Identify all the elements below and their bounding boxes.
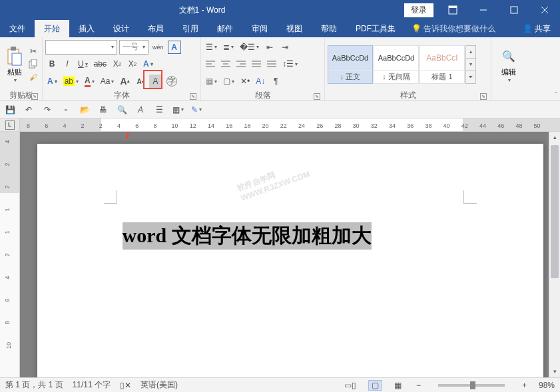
borders-button[interactable]: ▢▾ bbox=[221, 75, 236, 88]
scroll-up-icon[interactable]: ▴ bbox=[549, 132, 560, 143]
quick-print-button[interactable]: 🖶 bbox=[97, 104, 109, 116]
zoom-slider[interactable] bbox=[438, 384, 505, 387]
new-button[interactable]: ▫ bbox=[60, 104, 72, 116]
web-layout-button[interactable]: ▦ bbox=[392, 381, 404, 390]
redo-button[interactable]: ↷ bbox=[41, 104, 53, 116]
paragraph-launcher[interactable]: ⬊ bbox=[314, 93, 320, 100]
zoom-level[interactable]: 98% bbox=[539, 381, 555, 390]
tab-selector[interactable]: L bbox=[5, 120, 15, 130]
styles-launcher[interactable]: ⬊ bbox=[480, 93, 487, 100]
bullets-button[interactable]: ☰▾ bbox=[204, 41, 219, 54]
align-left-button[interactable] bbox=[204, 57, 217, 71]
bold-button[interactable]: B bbox=[45, 57, 59, 71]
tab-design[interactable]: 设计 bbox=[104, 20, 139, 37]
style-normal[interactable]: AaBbCcDd ↓ 正文 bbox=[328, 45, 373, 84]
subscript-button[interactable]: X2 bbox=[111, 57, 124, 71]
print-preview-button[interactable]: 🔍 bbox=[116, 104, 128, 116]
status-page[interactable]: 第 1 页，共 1 页 bbox=[5, 379, 63, 391]
tab-pdf[interactable]: PDF工具集 bbox=[346, 20, 405, 37]
zoom-in-button[interactable]: + bbox=[519, 381, 529, 390]
underline-button[interactable]: U▾ bbox=[76, 57, 90, 71]
minimize-icon[interactable] bbox=[468, 0, 499, 20]
superscript-button[interactable]: X2 bbox=[126, 57, 139, 71]
style-gallery-more[interactable]: ▴▾⏷ bbox=[465, 45, 476, 84]
ribbon-display-options-icon[interactable] bbox=[437, 0, 468, 20]
sort-button[interactable]: A↓ bbox=[254, 75, 267, 88]
increase-indent-button[interactable]: ⇥ bbox=[278, 41, 292, 54]
editing-button[interactable]: 🔍 编辑 ▾ bbox=[495, 43, 522, 86]
login-button[interactable]: 登录 bbox=[404, 3, 433, 17]
shading-button[interactable]: ▦▾ bbox=[204, 75, 219, 88]
multilevel-button[interactable]: �☰▾ bbox=[238, 41, 261, 54]
format-painter-button[interactable]: 🖌 bbox=[27, 71, 40, 83]
italic-button[interactable]: I bbox=[61, 57, 74, 71]
ruler-scale[interactable]: 8642246810121416182022242628303234363840… bbox=[20, 118, 560, 131]
selected-text[interactable]: word 文档字体无限加粗加大 bbox=[123, 222, 372, 250]
copy-button[interactable] bbox=[27, 58, 40, 71]
font-family-combo[interactable]: ▾ bbox=[45, 40, 117, 55]
font-qat-button[interactable]: A bbox=[135, 104, 146, 116]
font-size-combo[interactable]: 一号▾ bbox=[119, 40, 148, 55]
open-button[interactable]: 📂 bbox=[79, 104, 91, 116]
status-language[interactable]: 英语(美国) bbox=[140, 379, 178, 391]
vertical-ruler[interactable]: 42211246810 bbox=[0, 132, 20, 377]
strikethrough-button[interactable]: abc bbox=[92, 57, 109, 71]
zoom-slider-thumb[interactable] bbox=[470, 381, 475, 389]
insert-qat-button[interactable]: ▦▾ bbox=[172, 104, 184, 116]
paragraph-qat-button[interactable]: ☰ bbox=[153, 104, 165, 116]
tab-view[interactable]: 视图 bbox=[277, 20, 312, 37]
decrease-indent-button[interactable]: ⇤ bbox=[263, 41, 276, 54]
read-mode-button[interactable]: ▭▯ bbox=[342, 381, 359, 390]
cut-button[interactable]: ✂ bbox=[27, 45, 40, 58]
scissors-icon: ✂ bbox=[30, 47, 37, 56]
tab-home[interactable]: 开始 bbox=[35, 20, 69, 37]
numbering-button[interactable]: ≣▾ bbox=[221, 41, 236, 54]
collapse-ribbon[interactable]: ˇ bbox=[555, 92, 557, 99]
tab-mail[interactable]: 邮件 bbox=[208, 20, 242, 37]
distribute-button[interactable] bbox=[265, 57, 278, 71]
scroll-down-icon[interactable]: ▾ bbox=[549, 366, 560, 377]
page-scroll[interactable]: 软件自学网 WWW.RJZXW.COM word 文档字体无限加粗加大 bbox=[20, 132, 560, 377]
scroll-thumb[interactable] bbox=[551, 145, 559, 278]
tab-insert[interactable]: 插入 bbox=[69, 20, 104, 37]
tab-review[interactable]: 审阅 bbox=[242, 20, 277, 37]
undo-button[interactable]: ↶ bbox=[23, 104, 35, 116]
pen-qat-button[interactable]: ✎▾ bbox=[190, 104, 202, 116]
align-center-button[interactable] bbox=[219, 57, 232, 71]
align-right-button[interactable] bbox=[234, 57, 248, 71]
paste-button[interactable]: 粘贴 ▾ bbox=[3, 43, 27, 87]
tab-file[interactable]: 文件 bbox=[0, 20, 35, 37]
maximize-icon[interactable] bbox=[499, 0, 529, 20]
snap-button[interactable]: ✕• bbox=[238, 75, 252, 88]
text-style-button[interactable]: A▾ bbox=[45, 75, 59, 88]
status-proofing-icon[interactable]: ▯✕ bbox=[120, 381, 131, 390]
line-spacing-button[interactable]: ↕☰▾ bbox=[280, 57, 300, 71]
style-nospacing[interactable]: AaBbCcDd ↓ 无间隔 bbox=[374, 45, 419, 84]
print-layout-button[interactable]: ▢ bbox=[368, 380, 382, 391]
phonetic-guide-button[interactable]: wén bbox=[150, 41, 166, 54]
highlight-button[interactable]: ab▾ bbox=[61, 75, 81, 88]
grow-font-button[interactable]: A▴ bbox=[118, 75, 131, 88]
document-content[interactable]: word 文档字体无限加粗加大 bbox=[123, 222, 372, 250]
justify-button[interactable] bbox=[250, 57, 263, 71]
tell-me[interactable]: 💡 告诉我你想要做什么 bbox=[405, 20, 502, 37]
vruler-tick: 10 bbox=[5, 342, 12, 349]
font-launcher[interactable]: ⬊ bbox=[190, 93, 196, 100]
text-effects-button[interactable]: A▾ bbox=[141, 57, 155, 71]
clipboard-launcher[interactable]: ⬊ bbox=[31, 93, 38, 100]
change-case-button[interactable]: Aa▾ bbox=[99, 75, 117, 88]
tab-help[interactable]: 帮助 bbox=[312, 20, 346, 37]
vertical-scrollbar[interactable]: ▴ ▾ bbox=[549, 132, 560, 377]
font-color-button[interactable]: A▾ bbox=[83, 75, 97, 88]
close-icon[interactable] bbox=[529, 0, 560, 20]
style-heading1[interactable]: AaBbCcI 标题 1 bbox=[420, 45, 465, 84]
tab-layout[interactable]: 布局 bbox=[139, 20, 173, 37]
status-words[interactable]: 11/11 个字 bbox=[73, 379, 111, 391]
enclose-character-button[interactable]: 字 bbox=[164, 75, 179, 88]
show-marks-button[interactable]: ¶ bbox=[269, 75, 282, 88]
tab-references[interactable]: 引用 bbox=[173, 20, 208, 37]
zoom-out-button[interactable]: − bbox=[414, 381, 423, 390]
character-border-button[interactable]: A bbox=[168, 41, 181, 54]
save-button[interactable]: 💾 bbox=[4, 104, 16, 116]
share-button[interactable]: 👤 共享 bbox=[513, 20, 560, 37]
